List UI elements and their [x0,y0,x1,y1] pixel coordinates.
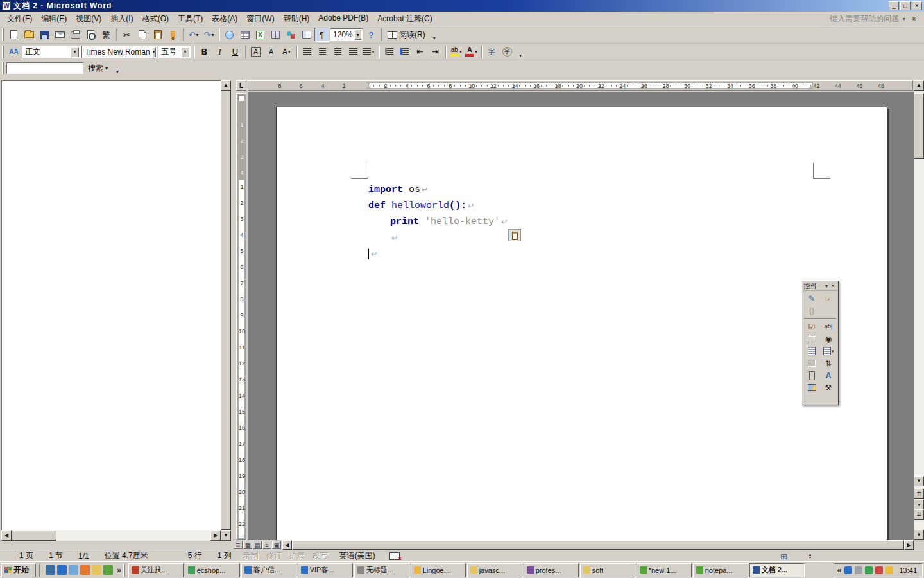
reading-layout-view-button[interactable]: ▣ [272,541,281,549]
select-browse-object-button[interactable]: ● [914,499,924,509]
list-box-control-button[interactable] [804,346,819,356]
minimize-button[interactable]: _ [889,1,899,10]
styles-pane-button[interactable]: AA [6,45,21,59]
status-mode-1[interactable]: 修订 [262,550,286,561]
scroll-bottom-button[interactable]: ▼ [914,530,924,540]
scroll-left-button[interactable]: ◀ [282,540,292,550]
decrease-indent-button[interactable]: ⇤ [413,45,427,59]
folder-icon[interactable] [92,565,101,575]
taskbar-task-1[interactable]: ecshop... [185,563,240,577]
spin-button-control-button[interactable]: ⇅ [821,358,836,369]
vertical-ruler[interactable]: 123412345678910111213141516171819202122 [236,93,246,540]
option-button-control-button[interactable]: ◉ [821,333,836,344]
character-border-button[interactable]: A [248,45,263,59]
web-layout-view-button[interactable]: ▦ [243,541,252,549]
properties-control-button[interactable]: ☞ [821,293,836,304]
spin-control[interactable]: ▴▾ [809,553,811,559]
hanging-indent-marker[interactable] [365,85,372,89]
highlight-dropdown-icon[interactable]: ▾ [459,49,462,55]
menu-item-9[interactable]: Adobe PDF(B) [314,12,373,26]
toolbar-options-button[interactable]: ▾ [431,28,438,42]
format-painter-button[interactable] [166,28,180,42]
taskbar-task-4[interactable]: 无标题... [354,563,409,577]
scrollbar-thumb[interactable] [221,91,231,530]
redo-button[interactable]: ↷▾ [201,28,216,42]
print-layout-view-button[interactable]: ▤ [253,541,262,549]
horizontal-ruler[interactable]: 8642246810121416182022242628303234363840… [248,80,913,91]
shading-color-button[interactable]: 字 [484,45,499,59]
character-scaling-button[interactable]: A▾ [279,45,294,59]
copy-button[interactable] [135,28,150,42]
numbering-button[interactable] [382,45,397,59]
menu-item-6[interactable]: 表格(A) [207,12,242,26]
print-preview-button[interactable] [83,28,98,42]
status-mode-3[interactable]: 改写 [309,550,332,561]
underline-button[interactable]: U [228,45,243,59]
insert-table-button[interactable] [237,28,252,42]
cut-button[interactable]: ✂ [119,28,134,42]
search-dropdown-icon[interactable]: ▾ [105,66,108,71]
type-question-box[interactable]: 键入需要帮助的问题 [830,13,899,24]
ime-grid-icon[interactable]: ⊞ [780,552,787,561]
scroll-right-button[interactable]: ▶ [904,540,914,550]
toolbar-options-button[interactable]: ▾ [114,61,121,75]
close-document-button[interactable]: × [909,14,919,23]
start-button[interactable]: 开始 [1,563,36,577]
tray-icon-5[interactable] [886,566,893,574]
new-document-button[interactable] [6,28,21,42]
previous-page-button[interactable]: ⇈ [914,489,924,499]
taskbar-task-8[interactable]: soft [580,563,635,577]
style-dropdown-icon[interactable]: ▾ [71,47,79,57]
scroll-up-button[interactable]: ▲ [914,80,924,91]
scroll-down-button[interactable]: ▼ [221,530,231,541]
scrollbar-thumb[interactable] [914,93,924,159]
chinese-convert-button[interactable]: 繁 [99,28,114,42]
align-left-button[interactable] [300,45,314,59]
label-control-button[interactable]: A [821,370,836,381]
menu-item-3[interactable]: 插入(I) [106,12,137,26]
taskbar-task-0[interactable]: 关注技... [128,563,184,577]
toolbar-drag-handle[interactable] [2,28,4,41]
menu-item-2[interactable]: 视图(V) [71,12,106,26]
undo-button[interactable]: ↶▾ [186,28,201,42]
zoom-combo[interactable]: 120%▾ [330,28,363,41]
help-button[interactable]: ? [364,28,379,42]
toolbar-options-button[interactable]: ▾ [517,45,524,59]
print-button[interactable] [68,28,83,42]
columns-button[interactable] [268,28,283,42]
menu-item-5[interactable]: 工具(T) [173,12,207,26]
justify-button[interactable] [346,45,361,59]
reading-mode-button[interactable]: 阅读(R) [384,28,429,42]
checkbox-control-button[interactable]: ☑ [804,321,819,332]
quick-launch-overflow-icon[interactable]: » [117,566,121,575]
font-size-dropdown-icon[interactable]: ▾ [181,47,189,57]
save-button[interactable] [37,28,52,42]
menu-item-7[interactable]: 窗口(W) [242,12,278,26]
close-button[interactable]: × [912,1,922,10]
view-code-control-button[interactable]: {} [804,305,819,316]
msn-icon[interactable] [103,565,113,575]
paste-options-button[interactable] [508,229,521,241]
internet-explorer-icon[interactable] [57,565,67,575]
document-text[interactable]: import os↵def helloworld():↵print 'hello… [368,182,508,262]
show-desktop-icon[interactable] [46,565,55,575]
menu-item-8[interactable]: 帮助(H) [279,12,314,26]
line-spacing-dropdown-icon[interactable]: ▾ [372,49,374,55]
outline-view-button[interactable]: ≡ [262,541,271,549]
left-pane-horizontal-scrollbar[interactable]: ◀ ▶ [1,530,221,541]
font-color-button[interactable]: A▾ [464,45,479,59]
menu-item-0[interactable]: 文件(F) [3,12,37,26]
more-controls-control-button[interactable]: ⚒ [821,382,836,393]
status-mode-0[interactable]: 录制 [239,550,262,561]
textbox-control-button[interactable]: ab| [821,321,836,332]
toolbox-close-button[interactable]: × [829,282,837,290]
next-page-button[interactable]: ⇊ [914,509,924,520]
drawing-button[interactable] [284,28,298,42]
font-color-dropdown-icon[interactable]: ▾ [475,49,477,55]
align-right-button[interactable] [330,45,345,59]
control-toolbox-titlebar[interactable]: 控件 ▾ × [802,281,838,291]
mail-button[interactable] [53,28,67,42]
scroll-left-button[interactable]: ◀ [1,530,12,541]
normal-view-button[interactable]: ≣ [234,541,243,549]
menu-item-4[interactable]: 格式(O) [138,12,173,26]
